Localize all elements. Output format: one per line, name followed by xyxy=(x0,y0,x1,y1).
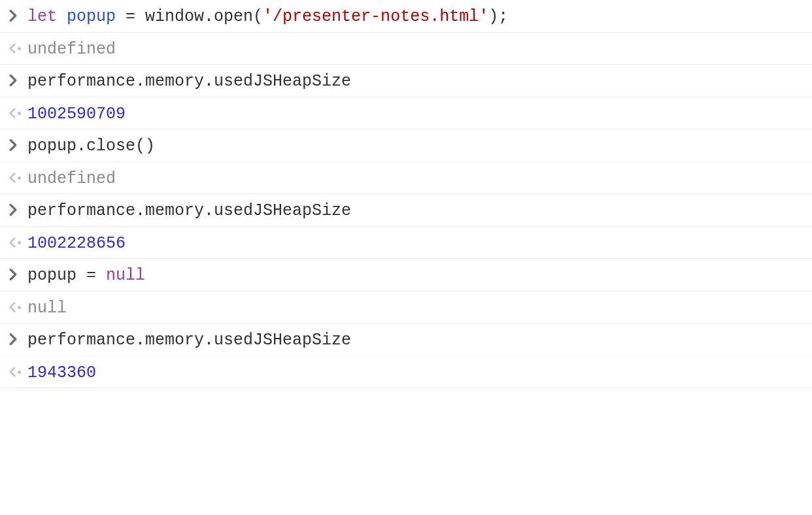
console-input-code[interactable]: let popup = window.open('/presenter-note… xyxy=(27,5,803,26)
code-token: = window.open( xyxy=(116,7,263,26)
output-result-icon xyxy=(9,103,27,118)
console-output-row: undefined xyxy=(0,33,812,65)
code-token: undefined xyxy=(27,40,116,59)
console-log: let popup = window.open('/presenter-note… xyxy=(0,0,812,388)
console-output-row: 1002228656 xyxy=(0,227,812,259)
console-output-row: 1002590709 xyxy=(0,97,812,129)
console-input-row: performance.memory.usedJSHeapSize xyxy=(0,65,812,97)
console-output-value: 1943360 xyxy=(27,361,803,382)
output-result-icon xyxy=(9,232,27,248)
code-token: null xyxy=(106,266,145,285)
input-prompt-icon xyxy=(9,135,27,156)
code-token: 1943360 xyxy=(27,363,96,382)
code-token: ); xyxy=(488,7,508,26)
input-prompt-icon xyxy=(9,329,27,350)
console-output-value: 1002228656 xyxy=(27,232,803,253)
console-input-row: performance.memory.usedJSHeapSize xyxy=(0,324,812,356)
input-prompt-icon xyxy=(9,199,27,221)
code-token: performance.memory.usedJSHeapSize xyxy=(27,331,351,350)
console-input-code[interactable]: performance.memory.usedJSHeapSize xyxy=(27,199,803,220)
code-token: popup = xyxy=(27,266,106,285)
console-output-row: undefined xyxy=(0,162,812,194)
code-token: undefined xyxy=(27,169,116,188)
input-prompt-icon xyxy=(9,264,27,286)
code-token: 1002590709 xyxy=(27,105,126,124)
code-token: performance.memory.usedJSHeapSize xyxy=(27,201,351,220)
console-input-row: let popup = window.open('/presenter-note… xyxy=(0,0,812,33)
code-token: 1002228656 xyxy=(27,234,126,253)
console-input-row: popup = null xyxy=(0,259,812,291)
output-result-icon xyxy=(9,167,27,183)
console-output-value: 1002590709 xyxy=(27,103,803,124)
code-token: '/presenter-notes.html' xyxy=(263,7,488,26)
output-result-icon xyxy=(9,361,27,377)
console-input-code[interactable]: performance.memory.usedJSHeapSize xyxy=(27,329,803,350)
output-result-icon xyxy=(9,297,27,312)
console-output-value: undefined xyxy=(27,167,803,188)
console-input-code[interactable]: performance.memory.usedJSHeapSize xyxy=(27,70,803,91)
code-token: null xyxy=(27,299,67,318)
code-token xyxy=(57,7,67,26)
output-result-icon xyxy=(9,38,27,54)
input-prompt-icon xyxy=(9,70,27,91)
console-output-value: undefined xyxy=(27,38,803,59)
code-token: popup.close() xyxy=(27,137,155,156)
console-input-code[interactable]: popup.close() xyxy=(27,135,803,156)
code-token: popup xyxy=(67,7,116,26)
console-input-row: performance.memory.usedJSHeapSize xyxy=(0,194,812,227)
console-output-row: null xyxy=(0,291,812,324)
console-input-code[interactable]: popup = null xyxy=(27,264,803,285)
console-input-row: popup.close() xyxy=(0,129,812,162)
console-output-value: null xyxy=(27,297,803,318)
input-prompt-icon xyxy=(9,5,27,27)
code-token: let xyxy=(27,7,57,26)
code-token: performance.memory.usedJSHeapSize xyxy=(27,72,351,91)
console-output-row: 1943360 xyxy=(0,356,812,388)
